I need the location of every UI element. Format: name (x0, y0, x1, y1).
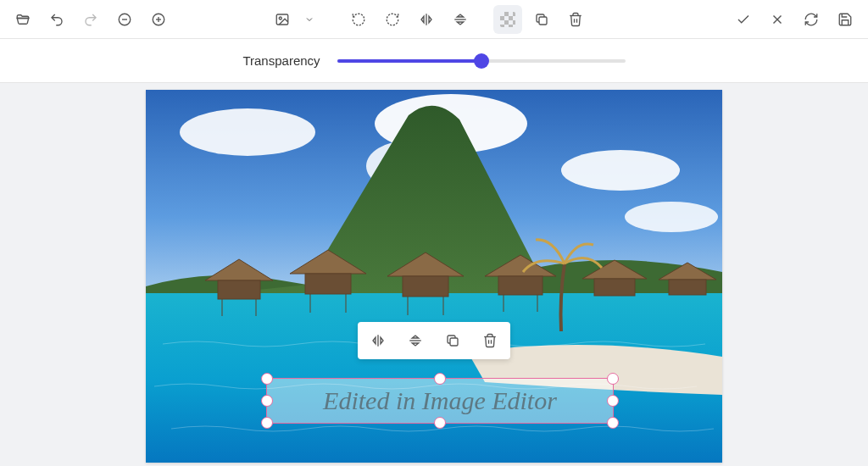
svg-rect-34 (594, 279, 635, 296)
selection-toolbar (358, 322, 510, 359)
flip-vertical-icon (408, 333, 423, 348)
redo-icon (83, 12, 98, 27)
main-toolbar (0, 0, 868, 39)
image-dropdown-button[interactable] (268, 5, 297, 34)
undo-button[interactable] (42, 5, 71, 34)
image-dropdown-chevron[interactable] (302, 14, 317, 25)
resize-handle-bottom-middle[interactable] (434, 417, 446, 429)
resize-handle-top-middle[interactable] (434, 373, 446, 385)
redo-button (76, 5, 105, 34)
ok-button[interactable] (729, 5, 758, 34)
toolbar-group-confirm (729, 5, 860, 34)
transparency-checker-icon (500, 12, 515, 27)
svg-point-13 (625, 202, 718, 232)
toolbar-group-file (8, 5, 37, 34)
svg-rect-36 (669, 280, 706, 295)
slider-fill (337, 59, 481, 63)
selection-flip-horizontal-button[interactable] (361, 325, 395, 356)
save-icon (837, 12, 853, 27)
slider-thumb[interactable] (474, 53, 489, 69)
svg-point-6 (279, 17, 281, 19)
flip-vertical-button[interactable] (446, 5, 475, 34)
chevron-down-icon (304, 14, 314, 25)
toolbar-group-transform (344, 5, 475, 34)
zoom-in-button[interactable] (144, 5, 173, 34)
open-button[interactable] (8, 5, 37, 34)
resize-handle-top-right[interactable] (607, 373, 619, 385)
selection-duplicate-button[interactable] (436, 325, 470, 356)
save-button[interactable] (831, 5, 860, 34)
canvas-area: Edited in Image Editor (0, 83, 868, 466)
cancel-button[interactable] (763, 5, 792, 34)
resize-handle-bottom-left[interactable] (261, 417, 273, 429)
flip-horizontal-button[interactable] (412, 5, 441, 34)
rotate-right-button[interactable] (378, 5, 407, 34)
minus-circle-icon (117, 12, 132, 27)
svg-rect-37 (450, 338, 458, 346)
svg-point-11 (180, 108, 315, 156)
reset-icon (804, 12, 819, 27)
close-icon (770, 12, 785, 27)
reset-button[interactable] (797, 5, 826, 34)
toolbar-group-zoom (110, 5, 173, 34)
image-icon (275, 12, 290, 27)
undo-icon (49, 12, 64, 27)
canvas[interactable]: Edited in Image Editor (146, 90, 722, 463)
text-selection[interactable]: Edited in Image Editor (266, 378, 614, 424)
folder-open-icon (15, 12, 31, 27)
resize-handle-top-left[interactable] (261, 373, 273, 385)
selection-delete-button[interactable] (473, 325, 507, 356)
toolbar-group-image (268, 5, 317, 34)
plus-circle-icon (151, 12, 166, 27)
flip-vertical-icon (453, 12, 468, 27)
svg-point-12 (561, 150, 680, 191)
toolbar-group-history (42, 5, 105, 34)
resize-handle-middle-right[interactable] (607, 395, 619, 407)
delete-button[interactable] (561, 5, 590, 34)
trash-icon (482, 333, 498, 348)
svg-rect-26 (403, 276, 448, 297)
svg-rect-18 (218, 280, 260, 299)
resize-handle-middle-left[interactable] (261, 395, 273, 407)
flip-horizontal-icon (419, 12, 434, 27)
zoom-out-button[interactable] (110, 5, 139, 34)
trash-icon (568, 12, 583, 27)
flip-horizontal-icon (370, 333, 386, 348)
transparency-label: Transparency (242, 53, 320, 68)
svg-rect-7 (539, 17, 547, 25)
transparency-button[interactable] (493, 5, 522, 34)
selection-flip-vertical-button[interactable] (398, 325, 432, 356)
svg-rect-22 (305, 274, 351, 294)
svg-rect-5 (276, 14, 288, 25)
duplicate-button[interactable] (527, 5, 556, 34)
rotate-right-icon (385, 12, 400, 27)
selection-text: Edited in Image Editor (323, 386, 557, 415)
toolbar-group-edit (493, 5, 590, 34)
duplicate-icon (445, 333, 460, 348)
rotate-left-button[interactable] (344, 5, 373, 34)
resize-handle-bottom-right[interactable] (607, 417, 619, 429)
duplicate-icon (534, 12, 549, 27)
svg-rect-30 (498, 276, 542, 295)
check-icon (736, 12, 751, 27)
transparency-panel: Transparency (0, 39, 868, 83)
rotate-left-icon (351, 12, 366, 27)
transparency-slider[interactable] (337, 53, 626, 69)
